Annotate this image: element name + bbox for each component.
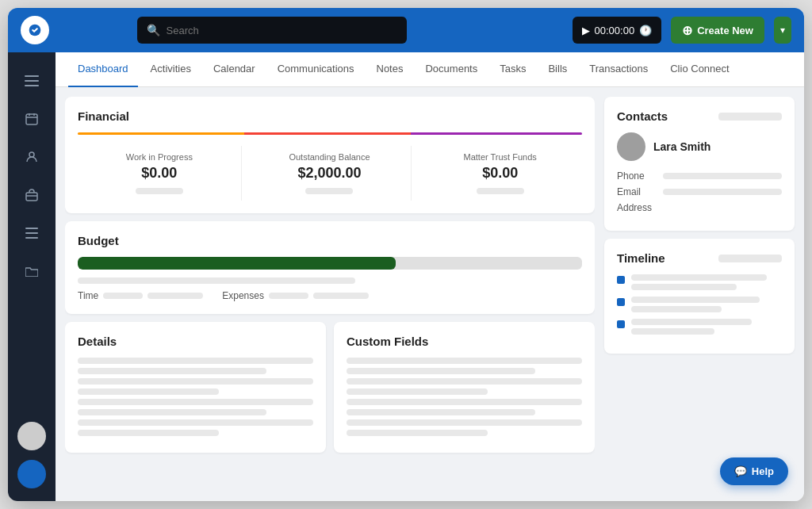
search-bar[interactable]: 🔍	[137, 17, 407, 44]
contacts-header-placeholder	[718, 113, 782, 121]
work-in-progress-item: Work in Progress $0.00	[78, 146, 242, 201]
outstanding-balance-label: Outstanding Balance	[289, 152, 370, 162]
svg-rect-3	[26, 114, 37, 124]
address-label: Address	[617, 202, 657, 213]
create-new-dropdown-button[interactable]: ▾	[774, 17, 791, 44]
custom-fields-title: Custom Fields	[347, 335, 582, 348]
budget-card: Budget Time Expenses	[65, 221, 595, 314]
tab-clio-connect[interactable]: Clio Connect	[661, 52, 738, 87]
sidebar-item-calendar[interactable]	[16, 103, 48, 135]
svg-rect-1	[25, 80, 39, 82]
help-icon: 💬	[734, 465, 747, 477]
sidebar-blue-indicator	[17, 460, 46, 488]
sidebar-item-folder[interactable]	[16, 255, 48, 287]
tab-communications[interactable]: Communications	[268, 52, 364, 87]
tab-documents[interactable]: Documents	[416, 52, 487, 87]
svg-rect-8	[26, 193, 37, 201]
timeline-line-1a	[631, 274, 767, 281]
custom-fields-line-7	[347, 419, 582, 426]
timeline-dot-1	[617, 276, 625, 284]
financial-card: Financial Work in Progress $0.00 Outstan…	[65, 97, 595, 213]
timer-button[interactable]: ▶ 00:00:00 🕐	[573, 17, 662, 44]
tab-tasks[interactable]: Tasks	[490, 52, 535, 87]
phone-label: Phone	[617, 170, 657, 182]
custom-fields-line-2	[347, 368, 535, 374]
bottom-cards: Details Custom Fields	[65, 322, 595, 453]
financial-grid: Work in Progress $0.00 Outstanding Balan…	[78, 146, 582, 201]
help-button[interactable]: 💬 Help	[720, 457, 788, 485]
details-line-1	[78, 358, 313, 364]
sidebar-item-briefcase[interactable]	[16, 179, 48, 211]
details-line-4	[78, 388, 219, 395]
tab-dashboard[interactable]: Dashboard	[68, 52, 138, 87]
tab-activities[interactable]: Activities	[141, 52, 201, 87]
budget-title: Budget	[78, 234, 582, 247]
contacts-card: Contacts Lara Smith Phone Email	[604, 97, 795, 231]
tab-transactions[interactable]: Transactions	[580, 52, 657, 87]
contact-phone-field: Phone	[617, 170, 782, 182]
outstanding-balance-placeholder	[305, 188, 353, 194]
email-label: Email	[617, 186, 657, 197]
search-input[interactable]	[167, 25, 397, 36]
time-label-item: Time	[78, 290, 203, 301]
timeline-title: Timeline	[617, 251, 665, 265]
tab-bills[interactable]: Bills	[538, 52, 576, 87]
outstanding-balance-item: Outstanding Balance $2,000.00	[248, 146, 412, 201]
details-card: Details	[65, 322, 326, 453]
contacts-header: Contacts	[617, 109, 782, 123]
clock-icon: 🕐	[639, 25, 652, 36]
work-in-progress-label: Work in Progress	[126, 152, 193, 162]
work-in-progress-value: $0.00	[141, 165, 177, 182]
email-placeholder	[663, 189, 782, 195]
sidebar-item-person[interactable]	[16, 141, 48, 173]
sidebar-item-bars[interactable]	[16, 65, 48, 97]
plus-icon: ⊕	[682, 23, 692, 38]
top-navigation: 🔍 ▶ 00:00:00 🕐 ⊕ Create New ▾	[8, 8, 804, 52]
timeline-item-1	[617, 274, 782, 290]
contact-person: Lara Smith	[617, 132, 782, 161]
timeline-lines-1	[631, 274, 782, 290]
create-new-button[interactable]: ⊕ Create New	[671, 17, 764, 44]
logo[interactable]	[21, 16, 49, 44]
timeline-line-3a	[631, 319, 752, 325]
tab-notes[interactable]: Notes	[367, 52, 413, 87]
budget-bar-fill	[78, 257, 396, 270]
sidebar-item-grid[interactable]	[16, 217, 48, 249]
timeline-item-2	[617, 297, 782, 312]
right-column: Contacts Lara Smith Phone Email	[604, 97, 795, 492]
svg-point-7	[29, 152, 34, 157]
expenses-label-item: Expenses	[222, 290, 369, 301]
timeline-line-2b	[631, 306, 722, 312]
contact-name: Lara Smith	[653, 140, 710, 153]
timeline-dot-2	[617, 298, 625, 306]
expenses-label: Expenses	[222, 290, 264, 301]
timeline-lines-3	[631, 319, 782, 335]
timeline-item-3	[617, 319, 782, 335]
timeline-header: Timeline	[617, 251, 782, 265]
budget-placeholder-1	[78, 277, 355, 284]
details-line-8	[78, 430, 219, 436]
custom-fields-card: Custom Fields	[334, 322, 595, 453]
page-wrapper: Dashboard Activities Calendar Communicat…	[56, 52, 804, 501]
custom-fields-line-6	[347, 409, 535, 415]
custom-fields-line-8	[347, 430, 488, 436]
financial-title: Financial	[78, 109, 582, 123]
svg-rect-12	[25, 237, 38, 239]
user-avatar[interactable]	[17, 422, 46, 450]
search-icon: 🔍	[147, 24, 160, 36]
custom-fields-line-5	[347, 399, 582, 405]
svg-rect-0	[25, 75, 39, 77]
svg-rect-10	[25, 228, 38, 229]
outstanding-balance-value: $2,000.00	[297, 165, 361, 182]
details-line-5	[78, 399, 313, 405]
time-placeholder-1	[103, 293, 143, 299]
budget-labels: Time Expenses	[78, 290, 582, 301]
tab-calendar[interactable]: Calendar	[204, 52, 265, 87]
timeline-lines-2	[631, 297, 782, 312]
budget-bar-track	[78, 257, 582, 270]
timeline-line-2a	[631, 297, 760, 303]
details-line-6	[78, 409, 266, 415]
time-label: Time	[78, 290, 98, 301]
financial-divider	[78, 132, 582, 135]
timeline-line-3b	[631, 328, 714, 335]
